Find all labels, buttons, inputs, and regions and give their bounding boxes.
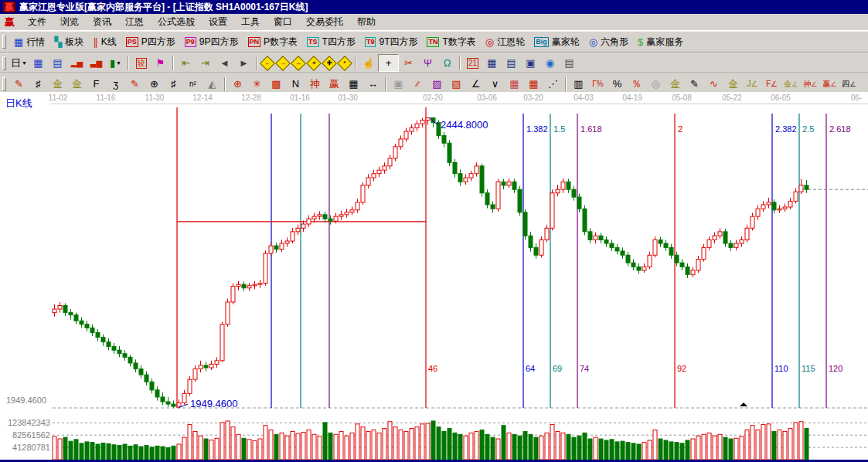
bars-9-icon[interactable]: ▃▆ xyxy=(87,55,106,71)
box-tool-icon[interactable]: ▣ xyxy=(389,76,408,92)
t-square-button[interactable]: TST四方形 xyxy=(302,33,360,50)
gann-star-icon[interactable]: ✚ xyxy=(322,56,337,71)
gann-box-icon[interactable]: ▩ xyxy=(267,76,286,92)
grid-small-icon[interactable]: ▦ xyxy=(505,76,524,92)
n-square-icon[interactable]: n² xyxy=(183,76,203,92)
gann-right-icon[interactable]: → xyxy=(275,56,291,71)
percent-icon[interactable]: % xyxy=(608,76,627,92)
menu-item-file[interactable]: 文件 xyxy=(21,14,53,30)
gold-level-2-icon[interactable]: 金 xyxy=(723,76,743,92)
f-grid-icon[interactable]: F xyxy=(87,76,106,92)
gold-level-icon[interactable]: 金 xyxy=(665,76,685,92)
gann-wheel-button[interactable]: ◎江恩轮 xyxy=(481,33,529,50)
compare-icon[interactable]: 较 xyxy=(131,55,151,71)
gann-grid-icon[interactable]: ♯ xyxy=(29,76,48,92)
win-grid-icon[interactable]: 赢 xyxy=(325,76,344,92)
spiral-icon[interactable]: ʒ xyxy=(106,76,125,92)
magic-tool-icon[interactable]: Ψ xyxy=(418,55,437,71)
calculator-icon[interactable]: ▦ xyxy=(482,55,502,71)
candle-type-icon[interactable]: ▮▼ xyxy=(106,55,125,71)
last-page-icon[interactable]: ⇥ xyxy=(196,55,215,71)
percent-line-icon[interactable]: Γ% xyxy=(588,76,608,92)
menu-item-window[interactable]: 窗口 xyxy=(267,14,299,30)
print-icon[interactable]: ▤ xyxy=(560,55,579,71)
shen-grid-icon[interactable]: 神 xyxy=(305,76,325,92)
gann-plus-icon[interactable]: + xyxy=(306,56,322,71)
fan-red-icon[interactable]: ∕∕ xyxy=(408,76,427,92)
angle-lines-icon[interactable]: ∠ xyxy=(466,76,485,92)
window-layout-icon[interactable]: ▦ xyxy=(29,55,48,71)
draw-pen-icon[interactable]: ✎ xyxy=(9,76,29,92)
9p-square-button[interactable]: P99P四方形 xyxy=(180,33,243,50)
draw-pen-2-icon[interactable]: ✎ xyxy=(125,76,145,92)
circle-cross-icon[interactable]: ⊕ xyxy=(228,76,247,92)
p-square-button[interactable]: PSP四方形 xyxy=(121,33,180,50)
time-circle-icon[interactable]: ⊕ xyxy=(145,76,164,92)
period-day-icon-dropdown[interactable]: ▼ xyxy=(22,60,27,66)
shen-angle-icon[interactable]: 神∠ xyxy=(801,76,820,92)
hash-grid-icon[interactable]: ♯ xyxy=(164,76,183,92)
ink-pen-icon[interactable]: ✎ xyxy=(685,76,704,92)
9t-square-button[interactable]: T99T四方形 xyxy=(360,33,423,50)
t-number-table-button[interactable]: TNT数字表 xyxy=(422,33,480,50)
candlestick-chart-canvas[interactable]: 11-0211-1611-3012-1412-2801-1601-3002-20… xyxy=(0,92,868,460)
four-angle-icon[interactable]: 四∠ xyxy=(839,76,859,92)
sectors-button[interactable]: ▚板块 xyxy=(49,33,88,50)
fan-box-purple-icon[interactable]: ▨ xyxy=(427,76,447,92)
j-angle-icon[interactable]: J∠ xyxy=(743,76,762,92)
menu-item-info[interactable]: 资讯 xyxy=(86,14,118,30)
win-angle-icon[interactable]: 赢∠ xyxy=(820,76,839,92)
menu-item-tools[interactable]: 工具 xyxy=(234,14,267,30)
menu-item-browse[interactable]: 浏览 xyxy=(53,14,86,30)
h-marks-icon[interactable]: Ν xyxy=(286,76,305,92)
notes-icon[interactable]: ▤ xyxy=(502,55,521,71)
hand-tool-icon[interactable]: ☝ xyxy=(359,55,378,71)
flag-mark-icon[interactable]: ⚑ xyxy=(151,55,170,71)
mdi-child-logo-icon[interactable]: 赢 xyxy=(5,15,15,29)
gann-star2-icon[interactable]: * xyxy=(337,56,352,71)
calendar-icon[interactable]: 21 xyxy=(463,55,482,71)
title-bar[interactable]: 赢 赢家江恩专业版[赢家内部服务平台] - [上证指数 SH1A0001-167… xyxy=(0,0,868,14)
prev-page-icon[interactable]: ◄ xyxy=(215,55,234,71)
chart-region[interactable]: 日K线 11-0211-1611-3012-1412-2801-1601-300… xyxy=(0,92,868,460)
menu-item-formula-picker[interactable]: 公式选股 xyxy=(151,14,202,30)
p-number-table-button[interactable]: PNP数字表 xyxy=(243,33,303,50)
gold-grid-icon[interactable]: 金 xyxy=(48,76,67,92)
menu-item-trade[interactable]: 交易委托 xyxy=(299,14,350,30)
wave-tool-icon[interactable]: ∿ xyxy=(704,76,723,92)
analyze-tool-icon[interactable]: Ω xyxy=(437,55,457,71)
first-page-icon[interactable]: ⇤ xyxy=(176,55,196,71)
next-page-icon[interactable]: ► xyxy=(234,55,254,71)
gann-both-icon[interactable]: ↔ xyxy=(291,56,306,71)
web-icon[interactable]: ◉ xyxy=(540,55,560,71)
measure-tool-icon[interactable]: ✂ xyxy=(399,55,418,71)
gold-circle-icon[interactable]: ◎ xyxy=(646,76,665,92)
quotes-button[interactable]: ▦行情 xyxy=(9,33,49,50)
save-icon[interactable]: ▣ xyxy=(521,55,540,71)
gann-left-icon[interactable]: ← xyxy=(260,56,275,71)
menu-item-gann[interactable]: 江恩 xyxy=(118,14,151,30)
menu-item-help[interactable]: 帮助 xyxy=(350,14,383,30)
gann-web-icon[interactable]: ✳ xyxy=(247,76,267,92)
gold-grid-2-icon[interactable]: 金 xyxy=(67,76,87,92)
v-lines-icon[interactable]: ∨ xyxy=(485,76,505,92)
menu-item-settings[interactable]: 设置 xyxy=(202,14,234,30)
winner-wheel-button[interactable]: Big赢家轮 xyxy=(529,33,584,50)
parallel-lines-icon[interactable]: ⋰ xyxy=(543,76,563,92)
winner-service-button[interactable]: $赢家服务 xyxy=(633,33,688,50)
quote-list-icon[interactable]: ▤ xyxy=(48,55,67,71)
crosshair-tool-icon[interactable]: + xyxy=(378,54,399,72)
span-arrow-icon[interactable]: ↔ xyxy=(363,76,383,92)
hexagon-button[interactable]: ◎六角形 xyxy=(584,33,633,50)
candle-type-icon-dropdown[interactable]: ▼ xyxy=(116,60,121,66)
number-grid-icon[interactable]: ▦ xyxy=(344,76,363,92)
angle-ruler-icon[interactable]: ◭ xyxy=(203,76,222,92)
period-day-icon[interactable]: 日▼ xyxy=(9,55,29,71)
f-angle-icon[interactable]: F∠ xyxy=(762,76,781,92)
percent-level-icon[interactable]: ％ xyxy=(627,76,646,92)
price-bars-icon[interactable]: ▥ xyxy=(569,76,588,92)
grid-large-icon[interactable]: ▦ xyxy=(524,76,543,92)
kline-button[interactable]: ∥K线 xyxy=(88,33,121,50)
gold-angle-icon[interactable]: 金∠ xyxy=(781,76,801,92)
bars-3-icon[interactable]: ▂▅ xyxy=(67,55,87,71)
